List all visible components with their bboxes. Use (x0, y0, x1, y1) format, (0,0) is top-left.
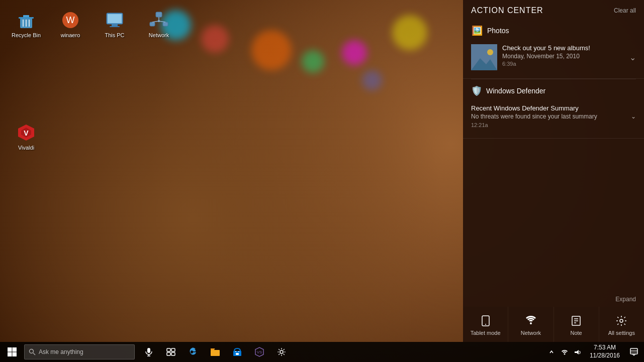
desktop-icons-row: Recycle Bin W winaero This PC (4, 4, 181, 45)
network-tray-icon[interactable] (559, 342, 571, 362)
desktop-icon-vivaldi[interactable]: V Vivaldi (8, 120, 44, 153)
volume-icon (574, 349, 581, 355)
quick-action-network[interactable]: Network (508, 307, 553, 342)
wifi-tray-icon (561, 349, 568, 355)
vs-icon: VS (254, 347, 264, 357)
system-clock[interactable]: 7:53 AM 11/28/2016 (586, 342, 624, 362)
volume-tray-icon[interactable] (572, 342, 584, 362)
quick-action-tablet-mode[interactable]: Tablet mode (463, 307, 508, 342)
svg-rect-44 (167, 352, 170, 355)
svg-rect-11 (110, 26, 120, 27)
note-quick-label: Note (571, 330, 582, 336)
svg-rect-12 (156, 12, 162, 17)
defender-app-name: Windows Defender (486, 87, 545, 95)
expand-button[interactable]: Expand (463, 292, 644, 307)
svg-rect-33 (8, 347, 12, 352)
winaero-icon: W (60, 10, 80, 30)
recycle-bin-icon (16, 10, 36, 30)
edge-browser-button[interactable] (183, 342, 203, 362)
quick-action-all-settings[interactable]: All settings (599, 307, 644, 342)
search-icon (29, 348, 36, 355)
photos-notif-content: Check out your 5 new albums! Monday, Nov… (502, 44, 624, 67)
quick-action-note[interactable]: Note (554, 307, 599, 342)
defender-summary-title: Recent Windows Defender Summary (471, 104, 636, 112)
winaero-label: winaero (61, 32, 80, 39)
vs-button[interactable]: VS (249, 342, 269, 362)
svg-point-52 (564, 353, 565, 355)
defender-summary-desc: No threats were found since your last su… (471, 113, 636, 120)
windows-logo-icon (7, 347, 17, 357)
svg-point-32 (620, 319, 623, 322)
desktop-icon-network[interactable]: Network (141, 8, 177, 41)
store-button[interactable] (227, 342, 247, 362)
network-desktop-icon (149, 10, 169, 30)
this-pc-label: This PC (105, 32, 124, 39)
settings-taskbar-icon (277, 347, 286, 356)
svg-text:V: V (24, 129, 29, 137)
svg-text:W: W (66, 15, 75, 25)
desktop-icon-recycle-bin[interactable]: Recycle Bin (8, 8, 44, 41)
svg-rect-2 (19, 17, 34, 19)
action-center-header: ACTION CENTER Clear all (463, 0, 644, 19)
action-center-panel: ACTION CENTER Clear all 🖼️ Photos Check … (463, 0, 644, 342)
defender-notification-item[interactable]: Recent Windows Defender Summary No threa… (471, 100, 636, 132)
note-quick-icon (570, 315, 582, 327)
photos-notif-subtitle: Monday, November 15, 2010 (502, 53, 624, 60)
svg-rect-35 (8, 352, 12, 357)
svg-line-38 (33, 353, 35, 355)
all-settings-label: All settings (608, 330, 635, 336)
photos-group-header: 🖼️ Photos (463, 25, 644, 40)
all-settings-icon (615, 315, 627, 327)
taskbar-right: 7:53 AM 11/28/2016 (543, 342, 644, 362)
quick-actions-grid: Tablet mode Network Note (463, 307, 644, 342)
taskbar: Ask me anything (0, 342, 644, 362)
photos-app-icon: 🖼️ (471, 25, 483, 36)
tablet-mode-icon (480, 315, 492, 327)
defender-group-header: 🛡️ Windows Defender (471, 85, 636, 96)
bokeh-light (201, 25, 229, 53)
network-quick-label: Network (521, 330, 541, 336)
clock-time: 7:53 AM (594, 344, 616, 352)
svg-rect-45 (171, 352, 175, 355)
action-center-button[interactable] (624, 342, 644, 362)
defender-notif-time: 12:21a (471, 122, 636, 128)
photos-app-name: Photos (487, 27, 509, 35)
svg-rect-46 (211, 350, 220, 356)
task-view-button[interactable] (161, 342, 181, 362)
svg-point-37 (30, 349, 34, 353)
show-hidden-icons-button[interactable] (545, 342, 558, 362)
taskbar-pinned-icons: VS (139, 342, 292, 362)
file-explorer-button[interactable] (205, 342, 225, 362)
svg-marker-53 (575, 350, 579, 354)
svg-point-51 (280, 350, 283, 353)
bokeh-light (302, 50, 324, 73)
photos-notification-group: 🖼️ Photos Check out your 5 new albums! M… (463, 19, 644, 79)
svg-rect-54 (630, 348, 637, 354)
desktop-icon-this-pc[interactable]: This PC (97, 8, 133, 41)
settings-button[interactable] (271, 342, 292, 362)
search-bar[interactable]: Ask me anything (24, 344, 135, 359)
clear-all-button[interactable]: Clear all (614, 7, 636, 14)
svg-rect-14 (163, 22, 168, 26)
svg-rect-10 (112, 24, 118, 26)
svg-point-24 (487, 49, 493, 55)
microphone-icon (145, 347, 153, 356)
bokeh-light (251, 30, 292, 70)
desktop-icon-winaero[interactable]: W winaero (52, 8, 88, 41)
svg-text:VS: VS (257, 350, 262, 354)
cortana-mic-button[interactable] (139, 342, 159, 362)
bokeh-light (392, 15, 427, 50)
file-explorer-icon (210, 347, 220, 356)
search-placeholder: Ask me anything (39, 348, 83, 355)
defender-notif-content: Recent Windows Defender Summary No threa… (471, 104, 636, 128)
photos-thumbnail (471, 44, 497, 70)
photos-notification-item[interactable]: Check out your 5 new albums! Monday, Nov… (463, 40, 644, 74)
network-quick-icon (525, 315, 537, 327)
svg-rect-13 (150, 22, 155, 26)
action-center-icon (630, 348, 638, 356)
tablet-mode-label: Tablet mode (471, 330, 501, 336)
notifications-area: 🖼️ Photos Check out your 5 new albums! M… (463, 19, 644, 292)
start-button[interactable] (0, 342, 24, 362)
photos-notif-title: Check out your 5 new albums! (502, 44, 624, 52)
svg-point-26 (485, 324, 486, 325)
